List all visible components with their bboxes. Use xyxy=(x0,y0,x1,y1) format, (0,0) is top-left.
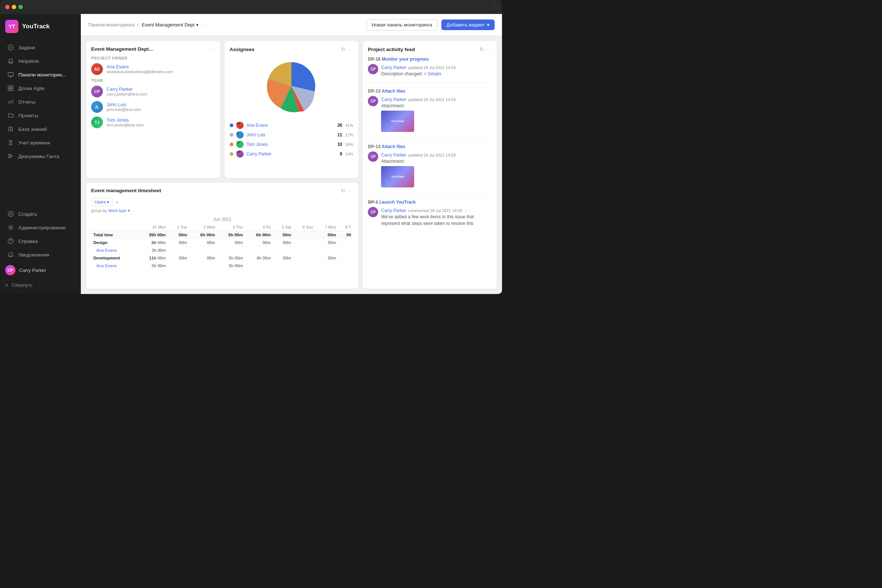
sidebar-item-knowledge[interactable]: База знаний xyxy=(2,122,78,136)
month-header: Jun 2021 xyxy=(91,217,353,222)
sidebar-item-reports[interactable]: Отчеты xyxy=(2,95,78,108)
sidebar-item-agile[interactable]: Доски Agile xyxy=(2,82,78,95)
activity-card-header: Project activity feed ↻ ··· xyxy=(368,46,492,52)
col-5sat: 5 Sat xyxy=(273,224,293,231)
member-avatar-1: JL xyxy=(91,101,103,113)
app-name: YouTrack xyxy=(22,23,50,30)
sidebar-item-gantt[interactable]: Диаграммы Ганта xyxy=(2,150,78,163)
cell-design-6: 00m xyxy=(315,238,339,246)
close-button[interactable] xyxy=(5,5,9,9)
header-more-icon[interactable]: ··· xyxy=(200,22,207,28)
activity-author-2[interactable]: Carry Parker xyxy=(381,153,406,158)
activity-issue-title-2[interactable]: Attach files xyxy=(381,144,405,149)
member-name-2[interactable]: Tom Jones xyxy=(106,118,143,123)
assignee-row-2: TJ Tom Jones 10 16% xyxy=(230,140,354,149)
total-label: Total time xyxy=(93,232,113,237)
activity-issue-title-0[interactable]: Monitor your progress xyxy=(382,57,429,62)
cell-total-6: 00m xyxy=(315,231,339,238)
svg-point-1 xyxy=(9,59,12,63)
activity-author-0[interactable]: Carry Parker xyxy=(381,65,406,70)
timesheet-card: Event management timesheet ↻ ··· Users ▾… xyxy=(86,183,358,289)
window-bar: ⋮ xyxy=(0,0,502,14)
member-info-0: Carry Parker carry.parker@test.com xyxy=(106,87,147,96)
sidebar-item-dashboards[interactable]: Панели мониторин... xyxy=(2,68,78,81)
col-1tue: 1 Tue xyxy=(168,224,189,231)
cell-ana-dev-31 xyxy=(168,262,189,269)
cell-dev-label: Development xyxy=(91,254,137,262)
assignee-count-0: 26 xyxy=(338,123,342,128)
refresh-icon[interactable]: ↻ xyxy=(341,46,345,52)
col-7mon: 7 Mon xyxy=(315,224,339,231)
assignee-list: AE Ana Evans 26 41% xyxy=(230,120,354,159)
user-filter[interactable]: Users ▾ xyxy=(91,198,112,206)
groupby-value[interactable]: Work type xyxy=(108,208,126,213)
sidebar-item-projects[interactable]: Проекты xyxy=(2,109,78,122)
team-member-1: JL John Luis john.luis@test.com xyxy=(91,101,215,113)
activity-issue-title-3[interactable]: Launch YouTrack xyxy=(379,200,416,205)
sidebar-item-time[interactable]: Учет времени xyxy=(2,136,78,149)
project-card-menu[interactable]: ··· xyxy=(209,46,215,52)
sidebar-item-helpdesk[interactable]: Helpdesk xyxy=(2,54,78,68)
activity-meta-2: updated 28 Jul 2021 14:59 xyxy=(408,153,456,157)
sidebar-user[interactable]: CP Carry Parker xyxy=(0,262,81,279)
minimize-button[interactable] xyxy=(12,5,16,9)
svg-rect-5 xyxy=(8,88,10,91)
assignee-count-3: 9 xyxy=(340,152,342,156)
activity-author-1[interactable]: Carry Parker xyxy=(381,97,406,102)
activity-issue-title-1[interactable]: Attach files xyxy=(381,88,405,94)
check-icon xyxy=(8,44,14,51)
assignees-card-header: Assignees ↻ ··· xyxy=(230,46,354,52)
timesheet-card-menu[interactable]: ··· xyxy=(347,188,353,193)
owner-name[interactable]: Ana Evans xyxy=(106,64,173,69)
activity-author-3[interactable]: Carry Parker xyxy=(381,208,406,213)
sidebar-item-admin[interactable]: Администрирование xyxy=(2,221,78,234)
assignee-mini-avatar-2: TJ xyxy=(236,141,244,148)
folder-icon xyxy=(8,112,14,119)
sidebar-collapse[interactable]: « Свернуть xyxy=(0,279,81,291)
sidebar-item-notifications-label: Уведомления xyxy=(18,252,49,258)
groupby-label: group by xyxy=(91,208,107,213)
assignee-name-2[interactable]: Tom Jones xyxy=(247,142,268,147)
activity-issue-2: DP-13 Attach files xyxy=(368,144,492,149)
activity-item-2: DP-13 Attach files CP Carry Parker updat… xyxy=(368,144,492,194)
maximize-button[interactable] xyxy=(18,5,23,9)
assignee-name-0[interactable]: Ana Evans xyxy=(247,123,268,128)
assignee-row-1: JL John Luis 11 17% xyxy=(230,130,354,140)
cell-dev-1: 00m xyxy=(189,254,217,262)
cell-ana-dev-label: Ana Evans xyxy=(91,262,137,269)
question-icon xyxy=(8,238,14,244)
timesheet-refresh-icon[interactable]: ↻ xyxy=(341,188,345,194)
new-dashboard-button[interactable]: Новая панель мониторинга xyxy=(366,19,437,30)
assignee-name-1[interactable]: John Luis xyxy=(247,132,266,138)
project-card-title: Event Management Dept... xyxy=(91,46,153,52)
col-2wed: 2 Wed xyxy=(189,224,217,231)
window-menu-icon[interactable]: ⋮ xyxy=(491,4,502,10)
activity-link-0[interactable]: > Details xyxy=(424,71,441,76)
member-name-1[interactable]: John Luis xyxy=(106,102,141,107)
sidebar-item-notifications[interactable]: Уведомления xyxy=(2,248,78,261)
sidebar-item-gantt-label: Диаграммы Ганта xyxy=(18,154,59,159)
add-widget-button[interactable]: Добавить виджет ▾ xyxy=(441,20,495,30)
cell-dev-6: 00m xyxy=(315,254,339,262)
owner-email: anastasia.bartasheva@jetbrains.com xyxy=(106,69,173,74)
sidebar-item-create[interactable]: Создать xyxy=(2,207,78,220)
nav-arrow-right[interactable]: » xyxy=(116,199,118,205)
activity-card-menu[interactable]: ··· xyxy=(486,46,492,52)
sidebar-item-dashboards-label: Панели мониторин... xyxy=(18,72,66,78)
assignee-name-3[interactable]: Carry Parker xyxy=(247,152,272,156)
sidebar-item-tasks[interactable]: Задачи xyxy=(2,41,78,54)
breadcrumb-root[interactable]: Панели мониторинга xyxy=(88,22,135,28)
svg-rect-2 xyxy=(8,72,13,76)
activity-refresh-icon[interactable]: ↻ xyxy=(480,46,484,52)
cell-dev-4: 00m xyxy=(273,254,293,262)
assignees-card-menu[interactable]: ··· xyxy=(347,46,353,52)
plus-icon xyxy=(8,211,14,217)
cell-design-4: 00m xyxy=(273,238,293,246)
hourglass-icon xyxy=(8,139,14,146)
member-name-0[interactable]: Carry Parker xyxy=(106,87,147,92)
breadcrumb-current-text: Event Management Dept xyxy=(142,22,195,28)
sidebar-item-agile-label: Доски Agile xyxy=(18,86,45,91)
dropdown-icon[interactable]: ▾ xyxy=(196,22,198,28)
sidebar-item-knowledge-label: База знаний xyxy=(18,126,46,132)
sidebar-item-help[interactable]: Справка xyxy=(2,234,78,248)
